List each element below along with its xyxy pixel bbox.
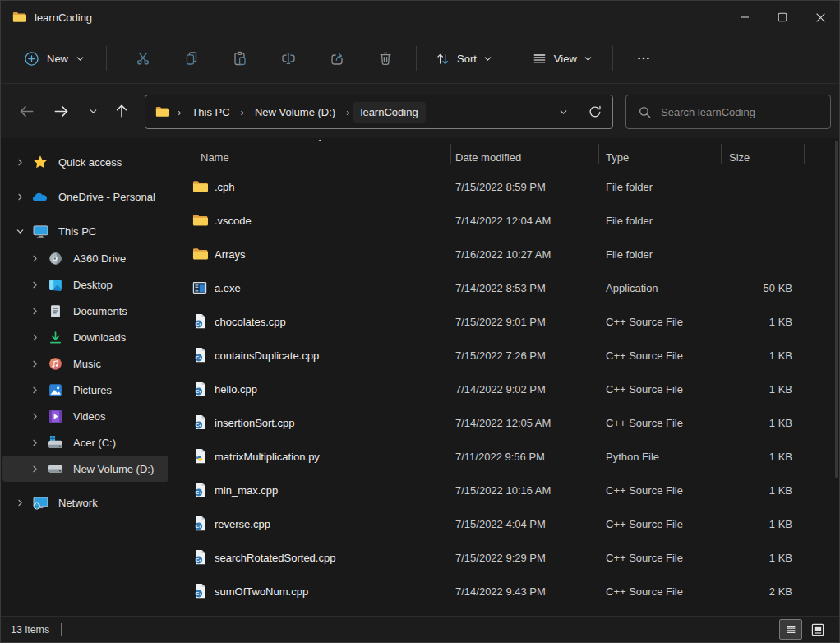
maximize-button[interactable] — [764, 1, 801, 34]
chevron-right-icon[interactable] — [12, 498, 27, 507]
address-dropdown-button[interactable] — [559, 108, 568, 117]
file-row-arrays[interactable]: Arrays7/16/2022 10:27 AMFile folder — [170, 237, 839, 271]
file-date-modified: 7/15/2022 10:16 AM — [455, 483, 551, 496]
column-header-type[interactable]: Type — [606, 151, 629, 164]
copy-button[interactable] — [167, 42, 215, 75]
sidebar-item-documents[interactable]: Documents — [2, 298, 168, 324]
chevron-right-icon[interactable] — [27, 280, 42, 289]
chevron-right-icon[interactable] — [27, 254, 42, 263]
file-date-modified: 7/14/2022 9:02 PM — [455, 382, 546, 395]
file-row-chocolates-cpp[interactable]: C+chocolates.cpp7/15/2022 9:01 PMC++ Sou… — [170, 304, 839, 338]
new-button[interactable]: New — [21, 45, 95, 72]
column-header-size[interactable]: Size — [729, 151, 750, 164]
sidebar-item-desktop[interactable]: Desktop — [2, 271, 168, 298]
more-options-button[interactable] — [625, 51, 662, 66]
sidebar-item-network[interactable]: Network — [2, 488, 168, 516]
file-name: searchRotatedSorted.cpp — [215, 551, 335, 563]
breadcrumb-segment-learncoding[interactable]: learnCoding — [353, 102, 426, 123]
sidebar-item-new-volume-d[interactable]: New Volume (D:) — [2, 456, 168, 482]
sidebar-item-pictures[interactable]: Pictures — [2, 377, 168, 403]
file-name: hello.cpp — [215, 382, 257, 395]
file-row-insertionsort-cpp[interactable]: C+insertionSort.cpp7/14/2022 12:05 AMC++… — [170, 405, 839, 439]
column-header-date-modified[interactable]: Date modified — [455, 151, 521, 164]
breadcrumb-segment-new-volume[interactable]: New Volume (D:) — [247, 102, 343, 123]
minimize-button[interactable] — [726, 1, 764, 34]
chevron-right-icon[interactable] — [12, 192, 27, 201]
chevron-right-icon[interactable] — [27, 412, 42, 421]
back-button[interactable] — [11, 95, 42, 127]
paste-button[interactable] — [215, 42, 264, 75]
file-row-vscode[interactable]: .vscode7/14/2022 12:04 AMFile folder — [170, 203, 839, 237]
sidebar-item-onedrive-personal[interactable]: OneDrive - Personal — [2, 183, 168, 210]
star-icon — [30, 155, 50, 169]
chevron-right-icon[interactable] — [27, 307, 42, 316]
file-row-cph[interactable]: .cph7/15/2022 8:59 PMFile folder — [170, 169, 839, 203]
refresh-button[interactable] — [588, 104, 602, 119]
file-date-modified: 7/14/2022 12:05 AM — [455, 416, 551, 428]
file-name: sumOfTwoNum.cpp — [215, 585, 308, 597]
file-date-modified: 7/15/2022 8:59 PM — [455, 180, 546, 192]
file-row-hello-cpp[interactable]: C+hello.cpp7/14/2022 9:02 PMC++ Source F… — [170, 372, 839, 405]
chevron-down-icon — [584, 54, 593, 63]
file-row-sumoftwonum-cpp[interactable]: C+sumOfTwoNum.cpp7/14/2022 9:43 PMC++ So… — [170, 574, 839, 608]
chevron-right-icon[interactable] — [27, 438, 42, 447]
vertical-scrollbar[interactable] — [835, 141, 838, 478]
details-view-button[interactable] — [779, 619, 802, 640]
search-input[interactable] — [661, 106, 819, 118]
file-row-min-max-cpp[interactable]: C+min_max.cpp7/15/2022 10:16 AMC++ Sourc… — [170, 473, 839, 507]
file-row-matrixmultiplication-py[interactable]: matrixMultiplication.py7/11/2022 9:56 PM… — [170, 439, 839, 473]
file-row-searchrotatedsorted-cpp[interactable]: C+searchRotatedSorted.cpp7/15/2022 9:29 … — [170, 540, 839, 574]
sidebar-item-this-pc[interactable]: This PC — [2, 217, 168, 245]
chevron-down-icon[interactable] — [12, 227, 27, 236]
file-name: a.exe — [215, 281, 241, 294]
cut-button[interactable] — [118, 42, 167, 75]
up-arrow-icon — [113, 103, 130, 119]
file-size: 1 KB — [663, 382, 792, 395]
sidebar-item-label: Pictures — [73, 384, 112, 396]
chevron-right-icon[interactable] — [27, 465, 42, 474]
breadcrumb-segment-this-pc[interactable]: This PC — [184, 102, 237, 123]
sidebar-item-a360-drive[interactable]: A360 Drive — [2, 245, 168, 271]
file-row-reverse-cpp[interactable]: C+reverse.cpp7/15/2022 4:04 PMC++ Source… — [170, 507, 839, 540]
chevron-right-icon[interactable] — [27, 386, 42, 395]
up-button[interactable] — [106, 95, 137, 127]
sidebar-item-quick-access[interactable]: Quick access — [2, 148, 168, 176]
delete-button[interactable] — [361, 42, 409, 75]
close-button[interactable] — [801, 1, 839, 34]
column-divider[interactable] — [804, 144, 805, 164]
large-icons-view-button[interactable] — [806, 619, 829, 640]
sidebar-item-acer-c[interactable]: Acer (C:) — [2, 429, 168, 456]
details-view-icon — [785, 623, 797, 636]
sidebar-item-music[interactable]: Music — [2, 350, 168, 377]
sidebar-item-label: Network — [58, 497, 98, 509]
column-divider[interactable] — [450, 144, 451, 164]
sidebar-item-videos[interactable]: Videos — [2, 403, 168, 429]
rename-icon — [280, 50, 297, 67]
chevron-down-icon — [89, 107, 98, 116]
share-button[interactable] — [312, 42, 361, 75]
column-header-name[interactable]: Name — [201, 151, 229, 164]
breadcrumb-separator: › — [346, 106, 349, 118]
chevron-right-icon[interactable] — [27, 359, 42, 368]
sort-button[interactable]: Sort — [427, 51, 501, 67]
column-divider[interactable] — [721, 144, 722, 164]
file-type: Python File — [606, 450, 659, 462]
recent-locations-button[interactable] — [77, 95, 108, 127]
forward-arrow-icon — [53, 103, 70, 120]
file-size: 1 KB — [663, 349, 792, 361]
file-date-modified: 7/15/2022 7:26 PM — [455, 349, 546, 361]
file-row-a-exe[interactable]: a.exe7/14/2022 8:53 PMApplication50 KB — [170, 271, 839, 304]
rename-button[interactable] — [264, 42, 312, 75]
view-button[interactable]: View — [524, 51, 601, 67]
forward-button[interactable] — [45, 95, 76, 127]
navigation-bar: › This PC › New Volume (D:) › learnCodin… — [1, 84, 839, 139]
chevron-right-icon[interactable] — [27, 333, 42, 342]
file-row-containsduplicate-cpp[interactable]: C+containsDuplicate.cpp7/15/2022 7:26 PM… — [170, 338, 839, 372]
sidebar-item-downloads[interactable]: Downloads — [2, 324, 168, 350]
chevron-right-icon[interactable] — [12, 158, 27, 167]
more-options-icon — [636, 51, 651, 66]
column-divider[interactable] — [598, 144, 599, 164]
file-size: 50 KB — [663, 281, 792, 294]
breadcrumb-separator: › — [241, 106, 244, 118]
address-bar[interactable]: › This PC › New Volume (D:) › learnCodin… — [145, 95, 613, 129]
